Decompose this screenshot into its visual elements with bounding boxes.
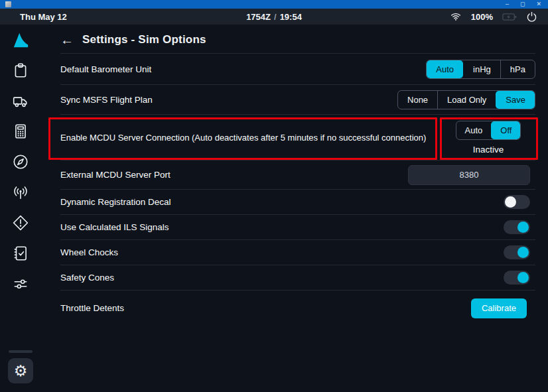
barometer-unit-segmented: Auto inHg hPa xyxy=(426,60,535,79)
app-icon xyxy=(5,1,11,7)
mcdu-server-port-input[interactable] xyxy=(408,165,530,185)
option-none[interactable]: None xyxy=(398,91,437,109)
setting-row-safety-cones: Safety Cones xyxy=(60,265,535,291)
clipboard-icon[interactable] xyxy=(11,62,31,79)
settings-list: Default Barometer Unit Auto inHg hPa Syn… xyxy=(60,53,535,326)
ground-services-truck-icon[interactable] xyxy=(11,92,31,109)
battery-percent: 100% xyxy=(471,12,493,22)
calculated-ils-toggle[interactable] xyxy=(504,220,530,234)
setting-label: Default Barometer Unit xyxy=(60,64,151,74)
setting-label: Sync MSFS Flight Plan xyxy=(60,95,153,105)
setting-row-throttle-detents: Throttle Detents Calibrate xyxy=(60,291,535,326)
option-inhg[interactable]: inHg xyxy=(463,60,500,78)
toggle-knob xyxy=(505,196,516,208)
safety-cones-toggle[interactable] xyxy=(504,271,530,285)
window-close-button[interactable]: ✕ xyxy=(536,1,541,7)
setting-label: Use Calculated ILS Signals xyxy=(60,222,169,232)
battery-charging-icon xyxy=(502,13,517,21)
status-date: Thu May 12 xyxy=(20,12,67,22)
dynamic-registration-toggle[interactable] xyxy=(504,195,530,209)
setting-row-sync-msfs-flight-plan: Sync MSFS Flight Plan None Load Only Sav… xyxy=(60,85,535,115)
setting-row-wheel-chocks: Wheel Chocks xyxy=(60,240,535,265)
checklists-notebook-icon[interactable] xyxy=(11,245,31,262)
toggle-knob xyxy=(517,247,529,258)
flybywire-logo-icon[interactable] xyxy=(11,31,31,48)
option-auto[interactable]: Auto xyxy=(456,121,492,139)
option-off[interactable]: Off xyxy=(491,121,520,139)
option-save[interactable]: Save xyxy=(496,91,535,109)
navigation-compass-icon[interactable] xyxy=(11,153,31,170)
window-maximize-button[interactable]: ◻ xyxy=(520,1,525,7)
settings-gear-icon[interactable]: ⚙ xyxy=(8,358,33,383)
status-time-utc: 1754Z xyxy=(246,12,271,22)
power-icon[interactable] xyxy=(526,11,537,23)
wheel-chocks-toggle[interactable] xyxy=(504,245,530,259)
setting-label: External MCDU Server Port xyxy=(60,170,171,180)
option-load-only[interactable]: Load Only xyxy=(437,91,496,109)
efb-status-bar: Thu May 12 1754Z/19:54 100% xyxy=(0,9,548,25)
sidebar-divider xyxy=(9,350,33,353)
os-title-bar: – ◻ ✕ xyxy=(0,0,548,9)
mcdu-server-status: Inactive xyxy=(473,145,504,155)
setting-row-dynamic-registration-decal: Dynamic Registration Decal xyxy=(60,190,535,215)
toggle-knob xyxy=(517,272,529,283)
window-minimize-button[interactable]: – xyxy=(506,1,509,7)
mcdu-server-segmented: Auto Off xyxy=(456,121,521,140)
setting-row-mcdu-server-connection: Enable MCDU Server Connection (Auto deac… xyxy=(60,115,535,161)
status-time-separator: / xyxy=(271,12,280,22)
calibrate-button[interactable]: Calibrate xyxy=(471,298,527,318)
sidebar: ⚙ xyxy=(0,25,41,392)
option-auto[interactable]: Auto xyxy=(427,60,463,78)
presets-sliders-icon[interactable] xyxy=(11,275,31,293)
setting-label: Dynamic Registration Decal xyxy=(60,197,171,207)
setting-row-default-barometer-unit: Default Barometer Unit Auto inHg hPa xyxy=(60,54,535,85)
setting-label: Enable MCDU Server Connection (Auto deac… xyxy=(60,133,426,143)
setting-row-use-calculated-ils-signals: Use Calculated ILS Signals xyxy=(60,215,535,240)
status-clock: 1754Z/19:54 xyxy=(246,12,302,22)
back-button[interactable]: ← xyxy=(60,33,74,46)
failures-alert-diamond-icon[interactable] xyxy=(11,214,31,231)
wifi-icon[interactable] xyxy=(450,11,462,22)
sync-flight-plan-segmented: None Load Only Save xyxy=(397,90,535,109)
performance-calculator-icon[interactable] xyxy=(11,123,31,140)
setting-label: Throttle Detents xyxy=(60,303,124,313)
setting-label: Wheel Chocks xyxy=(60,247,118,257)
setting-row-external-mcdu-server-port: External MCDU Server Port xyxy=(60,161,535,190)
option-hpa[interactable]: hPa xyxy=(500,60,535,78)
toggle-knob xyxy=(517,222,529,233)
atc-antenna-icon[interactable] xyxy=(11,184,31,201)
setting-label: Safety Cones xyxy=(60,273,114,283)
status-time-local: 19:54 xyxy=(280,12,302,22)
page-title: Settings - Sim Options xyxy=(82,33,206,46)
